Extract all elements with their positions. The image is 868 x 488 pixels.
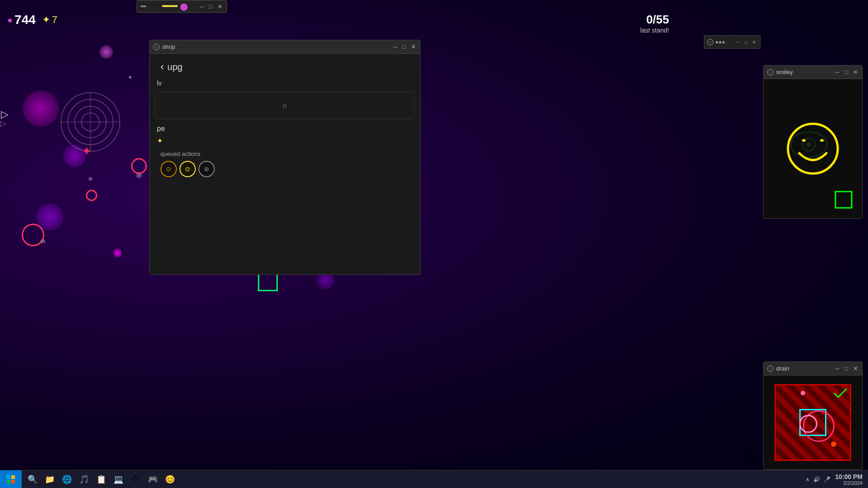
game-gem-icon: ⬤ — [180, 2, 188, 11]
svg-rect-6 — [259, 272, 277, 291]
back-arrow[interactable]: ‹ — [160, 61, 164, 73]
hud: ● 744 ✦ 7 — [7, 13, 57, 27]
lv-display: lv — [155, 77, 415, 89]
queued-icon-1: ⊙ — [160, 161, 177, 177]
svg-rect-27 — [7, 475, 10, 479]
other-win-max[interactable]: □ — [743, 39, 749, 45]
other-win-min[interactable]: ─ — [735, 39, 741, 45]
taskbar-chevron[interactable]: ∧ — [806, 476, 810, 483]
svg-rect-30 — [11, 480, 15, 483]
hp-display: ● 744 — [7, 13, 36, 27]
circle-outline-3 — [86, 190, 97, 201]
star-icon: ✦ — [42, 14, 50, 26]
shop-window: ○ shop ─ □ ✕ ‹ upg lv R pe ✦ queued acti… — [149, 40, 420, 275]
score-label: last stand! — [640, 27, 669, 34]
green-square-icon — [834, 190, 853, 209]
other-win-close[interactable]: ✕ — [751, 39, 757, 45]
game-win-max[interactable]: □ — [208, 3, 214, 9]
game-window: ━ ━━━ ⬤ ─ □ ✕ — [137, 0, 227, 13]
taskbar-notes[interactable]: 📋 — [93, 471, 109, 488]
game-background: ✦ ▷ ▷ — [0, 0, 868, 488]
orange-dot-drain — [831, 441, 836, 447]
other-win-title: ●●● — [715, 39, 725, 45]
hp-value: 744 — [14, 13, 36, 27]
game-score-icon: ━━━ — [162, 1, 177, 11]
particle-1 — [129, 76, 132, 79]
taskbar-time-value: 10:00 PM — [835, 473, 863, 480]
particle-3 — [41, 239, 45, 243]
drain-titlebar: ○ drain ─ □ ✕ — [764, 362, 862, 375]
pink-dot — [801, 391, 805, 395]
game-win-min[interactable]: ─ — [198, 3, 205, 9]
score-value: 0/55 — [640, 13, 669, 27]
score-area: 0/55 last stand! — [640, 13, 669, 34]
shop-min-btn[interactable]: ─ — [392, 44, 398, 50]
taskbar: 🔍 📁 🌐 🎵 📋 💻 ⏱ 🎮 😊 ∧ 🔊 🎤 10:00 PM 2/2/202… — [0, 470, 868, 488]
taskbar-search[interactable]: 🔍 — [24, 471, 41, 488]
drain-min-btn[interactable]: ─ — [834, 366, 840, 372]
taskbar-music[interactable]: 🎵 — [76, 471, 92, 488]
drain-window: ○ drain ─ □ ✕ — [763, 361, 863, 470]
drain-win-icon: ○ — [767, 366, 774, 372]
shop-win-icon: ○ — [153, 44, 160, 50]
upgrade-header: ‹ upg — [155, 56, 415, 77]
drain-title: drain — [776, 365, 831, 372]
shop-titlebar: ○ shop ─ □ ✕ — [150, 40, 420, 54]
smiley-content — [764, 79, 862, 218]
start-button[interactable] — [0, 470, 22, 488]
green-check — [834, 388, 847, 398]
particle-2 — [89, 177, 92, 181]
drain-max-btn[interactable]: □ — [843, 366, 849, 372]
svg-rect-28 — [11, 475, 15, 479]
star-cost: ✦ — [155, 135, 415, 147]
hp-icon: ● — [7, 15, 13, 25]
svg-point-24 — [806, 142, 811, 147]
stars-display: ✦ 7 — [42, 14, 57, 26]
orb-1 — [23, 90, 59, 127]
svg-rect-29 — [7, 480, 10, 483]
upgrade-label: upg — [167, 62, 182, 72]
smiley-min-btn[interactable]: ─ — [834, 69, 840, 75]
taskbar-smiley[interactable]: 😊 — [162, 471, 178, 488]
taskbar-clock-app[interactable]: ⏱ — [127, 471, 144, 488]
queued-icons: ⊙ ⊙ ⊕ — [160, 161, 409, 177]
shop-title: shop — [162, 43, 389, 50]
orb-3 — [99, 45, 113, 59]
windows-logo — [6, 475, 15, 484]
smiley-close-btn[interactable]: ✕ — [852, 69, 859, 75]
pink-circle-drain — [799, 415, 817, 433]
other-win: ○ ●●● ─ □ ✕ — [704, 35, 760, 49]
taskbar-time[interactable]: 10:00 PM 2/2/2024 — [835, 473, 863, 486]
queued-icon-3: ⊕ — [198, 161, 215, 177]
drain-content — [764, 375, 862, 469]
taskbar-files[interactable]: 📁 — [42, 471, 58, 488]
game-win-close[interactable]: ✕ — [217, 3, 223, 9]
taskbar-mic[interactable]: 🎤 — [824, 476, 830, 483]
smiley-window: ○ smiley ─ □ ✕ — [763, 65, 863, 219]
taskbar-terminal[interactable]: 💻 — [110, 471, 127, 488]
queued-label: queued actions — [160, 150, 409, 157]
eye-bg-symbol — [788, 124, 829, 165]
taskbar-date-value: 2/2/2024 — [835, 480, 863, 486]
stars-value: 7 — [52, 14, 57, 26]
red-star: ✦ — [81, 144, 92, 159]
system-icons: ∧ 🔊 🎤 — [806, 476, 830, 483]
upgrade-panel: R — [155, 92, 415, 119]
smiley-title: smiley — [776, 69, 831, 75]
circle-outline-2 — [131, 158, 147, 174]
svg-rect-25 — [835, 192, 852, 208]
drain-close-btn[interactable]: ✕ — [852, 366, 859, 372]
drain-board — [774, 384, 851, 461]
taskbar-browser[interactable]: 🌐 — [59, 471, 75, 488]
queued-icon-2: ⊙ — [179, 161, 196, 177]
shop-close-btn[interactable]: ✕ — [410, 44, 416, 50]
smiley-max-btn[interactable]: □ — [843, 69, 849, 75]
shop-max-btn[interactable]: □ — [401, 44, 407, 50]
game-win-icon: ━ — [141, 1, 146, 12]
taskbar-icons: 🔍 📁 🌐 🎵 📋 💻 ⏱ 🎮 😊 — [22, 471, 181, 488]
smiley-titlebar: ○ smiley ─ □ ✕ — [764, 66, 862, 79]
other-win-icon: ○ — [707, 39, 713, 45]
cursor-arrow-2: ▷ — [0, 118, 6, 128]
taskbar-game[interactable]: 🎮 — [145, 471, 161, 488]
taskbar-speaker[interactable]: 🔊 — [813, 476, 820, 483]
